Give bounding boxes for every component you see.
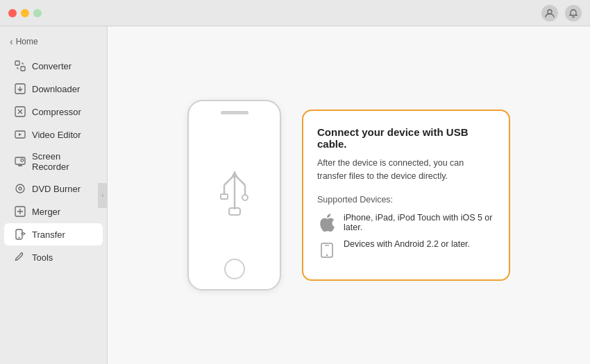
info-box-description: After the device is connected, you can t…	[317, 157, 495, 183]
info-box: Connect your device with USB cable. Afte…	[302, 110, 510, 281]
downloader-icon	[14, 83, 26, 95]
sidebar-item-label-transfer: Transfer	[32, 229, 65, 240]
maximize-button[interactable]	[33, 9, 42, 17]
home-label: Home	[16, 37, 38, 46]
dvd-burner-icon	[14, 182, 26, 195]
title-bar-actions	[541, 5, 582, 21]
traffic-lights	[8, 9, 42, 17]
apple-icon	[317, 213, 337, 232]
phone-speaker	[221, 111, 248, 114]
sidebar-home[interactable]: Home	[0, 32, 107, 54]
merger-icon	[14, 205, 26, 218]
notification-icon[interactable]	[565, 5, 582, 21]
device-android: Devices with Android 2.2 or later.	[317, 239, 495, 259]
sidebar-item-label-downloader: Downloader	[32, 84, 80, 94]
svg-rect-1	[15, 61, 19, 65]
info-box-title: Connect your device with USB cable.	[317, 126, 495, 150]
android-device-label: Devices with Android 2.2 or later.	[344, 239, 470, 249]
svg-rect-2	[21, 67, 25, 71]
usb-icon	[214, 168, 255, 223]
ios-device-label: iPhone, iPad, iPod Touch with iOS 5 or l…	[344, 213, 495, 232]
sidebar-item-video-editor[interactable]: Video Editor	[4, 123, 103, 146]
sidebar-item-converter[interactable]: Converter	[4, 55, 103, 77]
converter-icon	[14, 60, 26, 72]
phone-mockup	[187, 100, 281, 291]
minimize-button[interactable]	[21, 9, 29, 17]
svg-point-23	[326, 254, 328, 256]
sidebar-item-transfer[interactable]: Transfer	[4, 223, 103, 245]
sidebar-item-label-tools: Tools	[32, 252, 53, 263]
main-content: Connect your device with USB cable. Afte…	[108, 26, 590, 364]
svg-point-8	[16, 184, 24, 193]
device-ios: iPhone, iPad, iPod Touch with iOS 5 or l…	[317, 213, 495, 232]
sidebar: Home ConverterDownloaderCompressorVideo …	[0, 26, 108, 364]
sidebar-item-merger[interactable]: Merger	[4, 200, 103, 223]
close-button[interactable]	[8, 9, 17, 17]
android-icon	[317, 239, 337, 259]
title-bar	[0, 0, 590, 26]
supported-devices-label: Supported Devices:	[317, 195, 495, 205]
sidebar-item-label-compressor: Compressor	[32, 107, 81, 117]
tools-icon	[14, 251, 26, 263]
svg-point-7	[21, 159, 24, 162]
svg-point-12	[19, 237, 20, 239]
svg-point-9	[19, 187, 22, 190]
video-editor-icon	[14, 128, 26, 141]
sidebar-item-label-video-editor: Video Editor	[32, 130, 81, 140]
sidebar-item-screen-recorder[interactable]: Screen Recorder	[4, 146, 103, 177]
user-icon[interactable]	[541, 5, 558, 21]
svg-marker-16	[231, 171, 238, 177]
transfer-container: Connect your device with USB cable. Afte…	[187, 100, 510, 291]
sidebar-item-dvd-burner[interactable]: DVD Burner	[4, 177, 103, 200]
compressor-icon	[14, 105, 26, 118]
sidebar-item-label-merger: Merger	[32, 207, 60, 217]
sidebar-item-downloader[interactable]: Downloader	[4, 78, 103, 100]
sidebar-item-label-dvd-burner: DVD Burner	[32, 184, 81, 194]
svg-point-0	[548, 10, 552, 14]
phone-home-button	[224, 259, 245, 279]
sidebar-collapse-handle[interactable]: ‹	[98, 183, 108, 208]
svg-point-20	[242, 195, 248, 200]
sidebar-item-label-converter: Converter	[32, 61, 71, 71]
sidebar-item-tools[interactable]: Tools	[4, 246, 103, 268]
svg-rect-18	[221, 194, 228, 199]
transfer-icon	[14, 228, 26, 241]
app-body: Home ConverterDownloaderCompressorVideo …	[0, 26, 590, 364]
sidebar-item-compressor[interactable]: Compressor	[4, 101, 103, 123]
sidebar-item-label-screen-recorder: Screen Recorder	[32, 151, 93, 172]
screen-recorder-icon	[14, 155, 26, 168]
